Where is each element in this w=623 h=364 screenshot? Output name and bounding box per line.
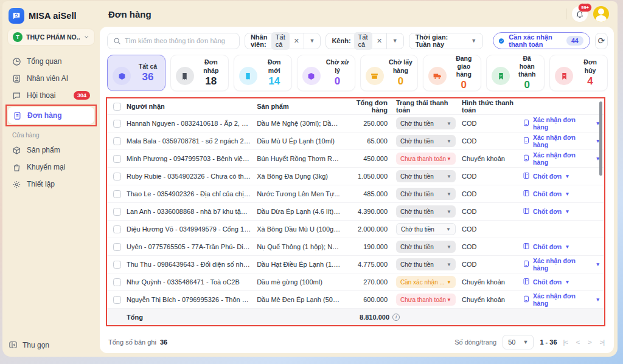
row-checkbox[interactable] <box>113 225 121 233</box>
payment-status-dropdown[interactable]: Chờ thu tiền▼ <box>396 135 456 147</box>
payment-status-dropdown[interactable]: Chờ thu tiền▼ <box>396 241 456 253</box>
cell-amount: 190.000 <box>347 243 396 250</box>
status-tab[interactable]: Đơn mới 14 <box>234 55 292 91</box>
records-count: 36 <box>160 338 167 346</box>
sidebar-item-don-hang[interactable]: Đơn hàng <box>8 107 94 124</box>
payment-status-dropdown[interactable]: Chờ thu tiền▼ <box>396 223 456 235</box>
row-action-dropdown[interactable]: Xác nhận đơn hàng▼ <box>523 292 600 307</box>
cell-payment-method: COD <box>462 243 523 250</box>
cell-product: Bún Huyết Rồng Thơm Rằng... <box>257 155 347 162</box>
payment-status-dropdown[interactable]: Chờ thu tiền▼ <box>396 188 456 200</box>
col-header-recipient: Người nhận <box>127 103 257 110</box>
cell-amount: 1.050.000 <box>347 173 396 180</box>
prev-page-button[interactable]: < <box>576 338 579 346</box>
row-checkbox[interactable] <box>113 296 121 304</box>
row-action-dropdown[interactable]: Chốt đơn▼ <box>523 172 570 180</box>
info-icon[interactable]: i <box>392 314 400 321</box>
sidebar-item-khuyen-mai[interactable]: Khuyến mại <box>7 159 95 176</box>
row-action-dropdown[interactable]: Chốt đơn▼ <box>523 278 570 286</box>
payment-status-dropdown[interactable]: Chờ thu tiền▼ <box>396 117 456 129</box>
search-input[interactable] <box>125 37 234 44</box>
cell-payment-method: COD <box>462 261 523 268</box>
chevron-down-icon[interactable]: ▼ <box>304 38 320 44</box>
page-title: Đơn hàng <box>108 9 151 19</box>
row-checkbox[interactable] <box>113 137 121 145</box>
staff-filter[interactable]: Nhân viên: Tất cả ✕ ▼ <box>245 33 321 49</box>
table-row: Uyên - 0775765505 - 77A-Trần Phú- Di Lin… <box>107 238 604 256</box>
status-tab[interactable]: Đang giao hàng 0 <box>423 55 481 91</box>
time-filter[interactable]: Thời gian: Tuần này ▼ <box>409 33 484 49</box>
status-tab[interactable]: Tất cả 36 <box>107 55 165 91</box>
status-tab[interactable]: Đơn hủy 4 <box>549 55 608 91</box>
sidebar-section-cua-hang: Cửa hàng <box>7 127 95 142</box>
order-icon <box>13 111 22 120</box>
confirm-payment-button[interactable]: Cần xác nhận thanh toán 44 <box>493 32 590 49</box>
row-action-dropdown[interactable]: Xác nhận đơn hàng▼ <box>523 134 600 148</box>
status-tab[interactable]: Chờ lấy hàng 0 <box>360 55 419 91</box>
row-action-dropdown[interactable]: Chốt đơn▼ <box>523 207 570 216</box>
table-row: Thao Le - 0354902326 - Địa chỉ của chị T… <box>107 185 604 203</box>
sidebar-item-hoi-thoai[interactable]: Hội thoại 304 <box>7 87 95 104</box>
payment-status-dropdown[interactable]: Cần xác nhận ...▼ <box>396 276 456 288</box>
collapse-sidebar-button[interactable]: Thu gọn <box>9 340 49 349</box>
user-avatar[interactable] <box>593 6 609 22</box>
table-row: Minh Phương - 0947995703 - Bệnh viện đa … <box>107 150 604 168</box>
confirm-order-icon <box>523 137 530 145</box>
payment-status-dropdown[interactable]: Chờ thu tiền▼ <box>396 258 456 270</box>
rows-per-page-select[interactable]: 50 ▼ <box>503 335 534 349</box>
sidebar-item-san-pham[interactable]: Sản phẩm <box>7 142 95 159</box>
table-row: Diệu Hương Võ - 0349949579 - Cổng 1, cc … <box>107 221 604 238</box>
cell-recipient: Thao Le - 0354902326 - Địa chỉ của chị T… <box>127 190 257 197</box>
sidebar-item-nhan-vien-ai[interactable]: Nhân viên AI <box>7 70 95 87</box>
rows-per-page-label: Số dòng/trang <box>454 338 496 346</box>
sidebar-item-thiet-lap[interactable]: Thiết lập <box>7 176 95 193</box>
close-order-icon <box>523 242 530 251</box>
clear-channel-filter-icon[interactable]: ✕ <box>372 37 386 45</box>
table-row: Thu Thu - 0986439643 - Đối diện số nhà 6… <box>107 256 604 273</box>
status-tab[interactable]: Chờ xử lý 0 <box>297 55 355 91</box>
table-row: Ruby Rubie - 0354902326 - Chưa có thông … <box>107 168 604 185</box>
next-page-button[interactable]: > <box>588 338 591 346</box>
sidebar: MISA aiSell T THỰC PHẨM NO... Tổng quan … <box>2 1 100 357</box>
channel-filter-value: Tất cả <box>354 32 372 50</box>
payment-status-dropdown[interactable]: Chưa thanh toán▼ <box>396 294 456 306</box>
select-all-checkbox[interactable] <box>113 103 121 111</box>
row-action-dropdown[interactable]: Chốt đơn▼ <box>523 190 570 198</box>
row-action-dropdown[interactable]: Xác nhận đơn hàng▼ <box>523 257 600 272</box>
cell-payment-method: Chuyển khoản <box>462 296 523 303</box>
sidebar-item-tong-quan[interactable]: Tổng quan <box>7 53 95 70</box>
row-checkbox[interactable] <box>113 173 121 180</box>
total-value: 8.810.000 <box>360 314 389 321</box>
clear-staff-filter-icon[interactable]: ✕ <box>290 37 304 45</box>
row-checkbox[interactable] <box>113 120 121 128</box>
order-search[interactable] <box>107 33 240 49</box>
payment-status-dropdown[interactable]: Chờ thu tiền▼ <box>396 170 456 182</box>
row-action-dropdown[interactable]: Xác nhận đơn hàng▼ <box>523 151 600 166</box>
workspace-selector[interactable]: T THỰC PHẨM NO... <box>7 29 95 46</box>
refresh-button[interactable]: ⟳ <box>595 33 608 49</box>
payment-status-dropdown[interactable]: Chưa thanh toán▼ <box>396 153 456 165</box>
row-action-dropdown[interactable]: Chốt đơn▼ <box>523 242 570 251</box>
chevron-down-icon[interactable]: ▼ <box>387 38 403 44</box>
notifications-button[interactable]: 99+ <box>572 6 588 22</box>
channel-filter[interactable]: Kênh: Tất cả ✕ ▼ <box>325 33 403 49</box>
first-page-button[interactable]: |< <box>563 338 568 346</box>
last-page-button[interactable]: >| <box>600 338 604 346</box>
table-scrollbar[interactable] <box>599 101 602 176</box>
status-tab[interactable]: Đã hoàn thành 0 <box>486 55 545 91</box>
row-checkbox[interactable] <box>113 190 121 198</box>
confirm-order-icon <box>523 260 530 269</box>
row-action-dropdown[interactable]: Xác nhận đơn hàng▼ <box>523 116 600 131</box>
row-checkbox[interactable] <box>113 243 121 251</box>
row-checkbox[interactable] <box>113 261 121 269</box>
row-checkbox[interactable] <box>113 278 121 286</box>
cell-recipient: Nguyễn Thị Bích - 0796995326 - Thôn La T… <box>127 296 257 303</box>
status-tab[interactable]: Đơn nháp 18 <box>170 55 229 91</box>
cell-amount: 250.000 <box>347 120 396 127</box>
close-order-icon <box>523 278 530 286</box>
chat-icon <box>12 91 21 100</box>
row-checkbox[interactable] <box>113 155 121 163</box>
payment-status-dropdown[interactable]: Chờ thu tiền▼ <box>396 205 456 218</box>
confirm-order-icon <box>523 295 530 304</box>
row-checkbox[interactable] <box>113 208 121 216</box>
